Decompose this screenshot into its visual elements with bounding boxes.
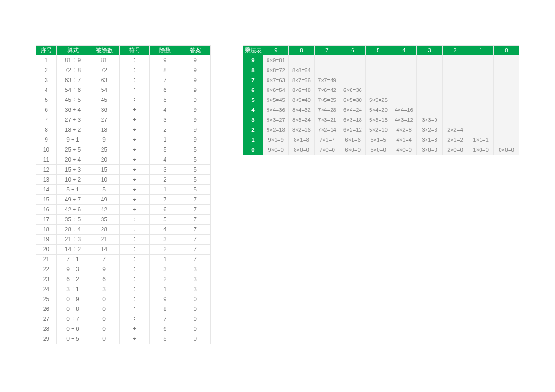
mult-row-header: 2 <box>243 125 263 135</box>
mult-cell: 4×0=0 <box>391 145 417 155</box>
div-cell-divisor: 2 <box>150 245 180 255</box>
mult-cell <box>391 55 417 65</box>
div-cell-divisor: 6 <box>150 85 180 95</box>
div-cell-dividend: 18 <box>89 125 120 135</box>
mult-cell <box>468 55 494 65</box>
mult-cell: 4×2=8 <box>391 125 417 135</box>
mult-row-header: 5 <box>243 95 263 105</box>
mult-cell: 5×5=25 <box>366 95 391 105</box>
div-cell-divisor: 1 <box>150 135 180 145</box>
mult-cell: 8×0=0 <box>289 145 314 155</box>
div-cell-dividend: 81 <box>89 55 120 65</box>
div-cell-ans: 7 <box>180 255 211 264</box>
div-cell-sym: ÷ <box>120 225 150 235</box>
mult-cell <box>289 55 314 65</box>
table-row: 59×5=458×5=407×5=356×5=305×5=25 <box>243 95 519 105</box>
div-cell-divisor: 2 <box>150 274 180 284</box>
mult-row-header: 0 <box>243 145 263 155</box>
div-cell-idx: 17 <box>36 215 57 225</box>
mult-cell <box>417 65 443 75</box>
mult-cell <box>417 55 443 65</box>
mult-row-header: 4 <box>243 105 263 115</box>
mult-cell <box>391 95 417 105</box>
div-cell-ans: 3 <box>180 284 211 294</box>
mult-cell: 5×2=10 <box>366 125 391 135</box>
div-cell-ans: 5 <box>180 175 211 185</box>
mult-cell: 7×4=28 <box>314 105 340 115</box>
table-row: 217 ÷ 17÷17 <box>36 255 211 264</box>
div-cell-idx: 12 <box>36 165 57 175</box>
table-row: 243 ÷ 13÷13 <box>36 284 211 294</box>
mult-cell <box>443 75 468 85</box>
table-row: 272 ÷ 872÷89 <box>36 65 211 75</box>
div-cell-divisor: 3 <box>150 264 180 274</box>
div-cell-dividend: 21 <box>89 235 120 245</box>
mult-cell <box>417 95 443 105</box>
div-cell-sym: ÷ <box>120 155 150 165</box>
div-cell-divisor: 7 <box>150 314 180 324</box>
div-cell-sym: ÷ <box>120 215 150 225</box>
div-cell-idx: 1 <box>36 55 57 65</box>
table-row: 39×3=278×3=247×3=216×3=185×3=154×3=123×3… <box>243 115 519 125</box>
page-content: 序号 算式 被除数 符号 除数 答案 181 ÷ 981÷99272 ÷ 872… <box>36 45 519 344</box>
mult-cell: 5×1=5 <box>366 135 391 145</box>
div-cell-dividend: 3 <box>89 284 120 294</box>
mult-cell: 4×3=12 <box>391 115 417 125</box>
mult-cell <box>443 65 468 75</box>
table-row: 250 ÷ 90÷90 <box>36 294 211 304</box>
div-cell-dividend: 49 <box>89 195 120 205</box>
div-cell-dividend: 27 <box>89 115 120 125</box>
div-cell-expr: 81 ÷ 9 <box>57 55 89 65</box>
div-cell-sym: ÷ <box>120 145 150 155</box>
table-row: 290 ÷ 50÷50 <box>36 334 211 344</box>
mult-cell <box>494 125 519 135</box>
div-cell-ans: 9 <box>180 105 211 115</box>
div-cell-ans: 9 <box>180 125 211 135</box>
mult-cell: 6×2=12 <box>340 125 366 135</box>
div-cell-expr: 18 ÷ 2 <box>57 125 89 135</box>
table-row: 79×7=638×7=567×7=49 <box>243 75 519 85</box>
div-cell-dividend: 10 <box>89 175 120 185</box>
div-cell-idx: 29 <box>36 334 57 344</box>
div-cell-expr: 0 ÷ 6 <box>57 324 89 334</box>
div-cell-dividend: 63 <box>89 75 120 85</box>
div-cell-divisor: 3 <box>150 165 180 175</box>
div-cell-idx: 4 <box>36 85 57 95</box>
div-cell-expr: 42 ÷ 6 <box>57 205 89 215</box>
div-cell-divisor: 2 <box>150 175 180 185</box>
table-row: 363 ÷ 763÷79 <box>36 75 211 85</box>
div-cell-idx: 26 <box>36 304 57 314</box>
div-cell-expr: 35 ÷ 5 <box>57 215 89 225</box>
div-cell-ans: 5 <box>180 185 211 195</box>
div-cell-expr: 14 ÷ 2 <box>57 245 89 255</box>
div-cell-idx: 19 <box>36 235 57 245</box>
div-cell-idx: 24 <box>36 284 57 294</box>
div-cell-sym: ÷ <box>120 284 150 294</box>
div-cell-expr: 27 ÷ 3 <box>57 115 89 125</box>
mult-cell <box>417 75 443 85</box>
mult-col-header: 1 <box>468 46 494 55</box>
div-cell-sym: ÷ <box>120 205 150 215</box>
mult-cell: 2×2=4 <box>443 125 468 135</box>
table-row: 818 ÷ 218÷29 <box>36 125 211 135</box>
mult-cell: 8×1=8 <box>289 135 314 145</box>
div-cell-expr: 36 ÷ 4 <box>57 105 89 115</box>
mult-cell <box>391 85 417 95</box>
mult-row-header: 6 <box>243 85 263 95</box>
div-cell-sym: ÷ <box>120 65 150 75</box>
mult-col-header: 0 <box>494 46 519 55</box>
div-cell-idx: 28 <box>36 324 57 334</box>
div-cell-ans: 9 <box>180 75 211 85</box>
div-th-divisor: 除数 <box>150 46 180 55</box>
div-cell-divisor: 5 <box>150 95 180 105</box>
div-cell-dividend: 5 <box>89 185 120 195</box>
mult-cell: 8×3=24 <box>289 115 314 125</box>
mult-cell: 9×1=9 <box>263 135 289 145</box>
div-cell-dividend: 45 <box>89 95 120 105</box>
div-cell-expr: 9 ÷ 1 <box>57 135 89 145</box>
div-cell-ans: 7 <box>180 205 211 215</box>
div-cell-ans: 0 <box>180 294 211 304</box>
div-cell-divisor: 8 <box>150 65 180 75</box>
div-cell-idx: 8 <box>36 125 57 135</box>
mult-cell: 9×4=36 <box>263 105 289 115</box>
